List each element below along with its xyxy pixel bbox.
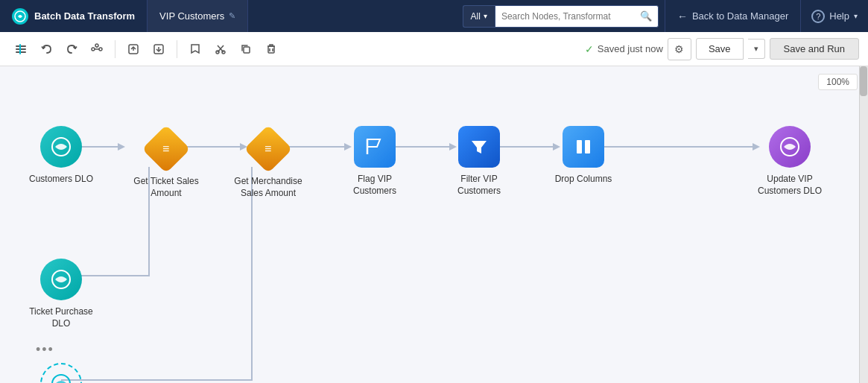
vip-customers-label: VIP Customers	[159, 10, 224, 22]
svg-rect-41	[585, 140, 590, 153]
top-nav: Batch Data Transform VIP Customers ✎ All…	[0, 0, 868, 32]
svg-rect-20	[268, 46, 274, 53]
svg-rect-4	[19, 44, 21, 54]
save-dropdown-button[interactable]: ▾	[748, 39, 765, 59]
filter-vip-icon[interactable]	[458, 126, 500, 168]
search-icon: 🔍	[640, 10, 652, 22]
get-merch-icon: ≡	[264, 142, 271, 156]
app-logo-icon	[12, 8, 28, 25]
undo-button[interactable]	[34, 38, 58, 60]
svg-rect-40	[577, 140, 582, 153]
get-ticket-sales-label: Get Ticket Sales Amount	[129, 176, 203, 199]
node-flag-vip[interactable]: Flag VIP Customers	[334, 126, 416, 197]
cut-button[interactable]	[209, 38, 232, 60]
bookmark-button[interactable]	[183, 38, 207, 60]
get-ticket-sales-icon-wrapper[interactable]: ≡	[145, 128, 187, 170]
node-get-merchandise-sales[interactable]: ≡ Get Merchandise Sales Amount	[227, 128, 309, 199]
zoom-indicator: 100%	[818, 74, 858, 90]
separator-1	[115, 40, 115, 58]
back-button[interactable]: ← Back to Data Manager	[665, 0, 801, 32]
filter-value: All	[471, 11, 481, 22]
search-input[interactable]	[501, 11, 640, 22]
svg-point-5	[92, 48, 95, 51]
customers-dlo-icon[interactable]	[40, 126, 82, 168]
node-update-vip-dlo[interactable]: Update VIP Customers DLO	[749, 126, 831, 197]
canvas: 100%	[0, 66, 868, 383]
node-drop-columns[interactable]: Drop Columns	[542, 126, 624, 186]
saved-status: ✓ Saved just now	[585, 43, 663, 55]
ticket-purchase-icon[interactable]	[40, 259, 82, 300]
svg-point-6	[99, 48, 102, 51]
get-merchandise-sales-label: Get Merchandise Sales Amount	[231, 176, 305, 199]
merchandise-dlo-icon[interactable]	[40, 363, 82, 383]
flag-vip-icon[interactable]	[354, 126, 396, 168]
node-ticket-purchase-dlo[interactable]: Ticket Purchase DLO	[20, 259, 102, 329]
question-icon: ?	[811, 10, 825, 23]
drop-columns-label: Drop Columns	[555, 174, 612, 186]
toolbar: ✓ Saved just now ⚙ Save ▾ Save and Run	[0, 32, 868, 66]
vertical-scrollbar[interactable]	[859, 66, 868, 383]
save-run-button[interactable]: Save and Run	[770, 38, 859, 60]
svg-marker-24	[118, 143, 125, 151]
get-ticket-icon: ≡	[162, 142, 169, 156]
node-merchandise-dlo[interactable]: Merchandise Purchase DLO	[20, 363, 102, 383]
back-arrow-icon: ←	[677, 10, 688, 22]
node-filter-vip[interactable]: Filter VIP Customers	[438, 126, 520, 197]
get-merch-sales-icon-wrapper[interactable]: ≡	[247, 128, 289, 170]
separator-2	[177, 40, 177, 58]
check-icon: ✓	[585, 43, 594, 55]
svg-point-8	[95, 44, 98, 47]
zoom-level: 100%	[826, 77, 849, 87]
delete-button[interactable]	[259, 38, 283, 60]
add-node-button[interactable]	[9, 38, 33, 60]
more-nodes-indicator: •••	[36, 342, 54, 358]
save-button[interactable]: Save	[696, 38, 744, 60]
filter-vip-label: Filter VIP Customers	[442, 174, 516, 197]
help-chevron-icon: ▾	[854, 12, 858, 20]
download-button[interactable]	[147, 38, 171, 60]
search-area: All ▾ 🔍	[457, 5, 665, 28]
connector-lines	[0, 66, 868, 383]
app-title: Batch Data Transform	[34, 10, 135, 22]
copy-button[interactable]	[234, 38, 258, 60]
filter-chevron-icon: ▾	[484, 12, 487, 20]
saved-label: Saved just now	[598, 43, 663, 54]
node-get-ticket-sales[interactable]: ≡ Get Ticket Sales Amount	[125, 128, 207, 199]
help-label: Help	[829, 10, 849, 22]
upload-button[interactable]	[121, 38, 145, 60]
flag-vip-label: Flag VIP Customers	[338, 174, 412, 197]
svg-rect-18	[244, 47, 250, 53]
filter-select[interactable]: All ▾	[463, 5, 495, 28]
customers-dlo-label: Customers DLO	[29, 174, 93, 186]
nav-logo: Batch Data Transform	[0, 0, 148, 32]
connect-button[interactable]	[85, 38, 109, 60]
update-vip-dlo-label: Update VIP Customers DLO	[753, 174, 827, 197]
update-vip-icon[interactable]	[769, 126, 811, 168]
edit-icon[interactable]: ✎	[229, 11, 235, 21]
vip-customers-tab[interactable]: VIP Customers ✎	[148, 0, 248, 32]
search-box: 🔍	[495, 5, 659, 28]
svg-marker-39	[472, 141, 487, 153]
ticket-purchase-dlo-label: Ticket Purchase DLO	[24, 306, 98, 329]
node-customers-dlo[interactable]: Customers DLO	[20, 126, 102, 186]
scrollbar-thumb[interactable]	[860, 66, 867, 96]
drop-columns-icon[interactable]	[563, 126, 604, 168]
settings-button[interactable]: ⚙	[668, 38, 691, 60]
toolbar-right: ✓ Saved just now ⚙ Save ▾ Save and Run	[585, 38, 859, 60]
help-button[interactable]: ? Help ▾	[801, 0, 868, 32]
back-label: Back to Data Manager	[692, 10, 788, 22]
redo-button[interactable]	[60, 38, 83, 60]
